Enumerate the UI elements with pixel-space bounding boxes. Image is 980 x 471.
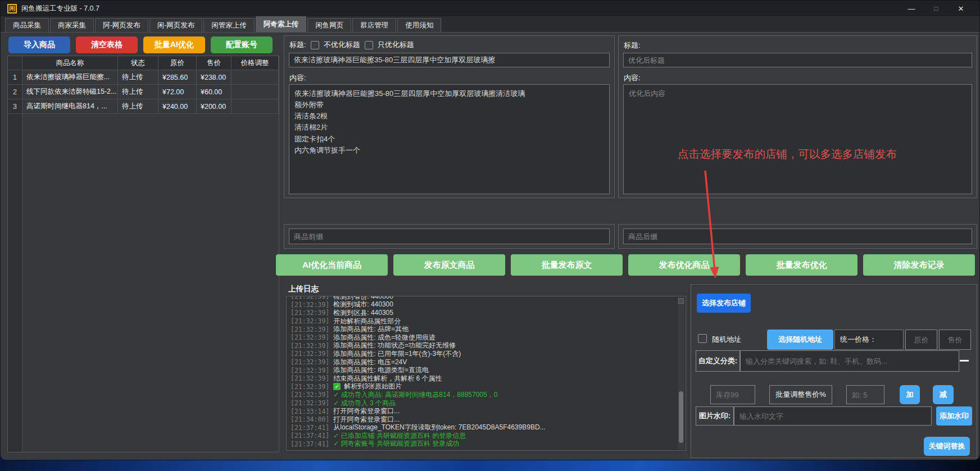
original-price-cell: ¥240.00 [158,99,197,113]
only-optimize-title-label: 只优化标题 [378,40,414,50]
tab-xian-web-publish[interactable]: 闲-网页发布 [149,18,203,32]
product-prefix-input[interactable] [289,228,610,244]
tab-product-collect[interactable]: 商品采集 [5,18,49,32]
log-line: [21:32:39]添加商品属性: 品牌=其他 [291,325,674,333]
index-header [8,56,22,70]
tab-usage-notes[interactable]: 使用须知 [397,18,441,32]
select-random-address-button[interactable]: 选择随机地址 [767,330,833,350]
optimized-title-label: 标题: [624,40,641,51]
col-header-sale-price: 售价 [197,56,232,70]
minus-dash-icon[interactable] [960,360,969,362]
log-line-success: [21:37:41]✓ 已添加店铺 共研赋能资源百科 的登录信息 [291,432,674,440]
select-publish-shop-button[interactable]: 选择发布店铺 [697,294,751,313]
log-scrollbar[interactable] [678,298,684,449]
batch-ai-optimize-button[interactable]: 批量AI优化 [143,36,205,53]
ai-optimize-current-button[interactable]: AI优化当前商品 [276,254,388,276]
custom-category-label: 自定义分类: [696,350,740,372]
log-line: [21:32:39]添加商品属性: 功能状态=功能完好无维修 [291,342,674,350]
only-optimize-title-checkbox[interactable] [365,41,373,49]
optimized-content-textarea[interactable] [623,84,972,194]
prefix-panel [284,224,615,249]
col-header-price-adjust: 价格调整 [232,56,279,70]
app-window: 闲 闲鱼搬运工专业版 - 7.0.7 — □ ✕ 商品采集 商家采集 阿-网页发… [0,0,980,460]
log-line: [21:32:39]添加商品属性: 成色=轻微使用痕迹 [291,333,674,342]
minimize-button[interactable]: — [903,2,920,15]
optimized-editor-panel: 标题: 内容: [618,35,977,198]
adjust-percent-input[interactable] [846,385,884,404]
keyword-replace-button[interactable]: 关键词替换 [924,437,970,456]
clear-publish-records-button[interactable]: 清除发布记录 [863,254,975,276]
unified-sale-price-input[interactable] [939,330,971,350]
image-watermark-label: 图片水印: [696,406,734,426]
log-line: [21:32:39]检测到城市: 440300 [291,301,674,309]
optimized-title-input[interactable] [623,53,972,67]
log-line: [21:32:39]添加商品属性: 已用年限=1年(含)-3年(不含) [291,350,674,358]
random-address-checkbox[interactable] [698,334,707,343]
no-optimize-title-checkbox[interactable] [311,41,319,49]
log-scrollbar-thumb[interactable] [679,391,683,443]
import-products-button[interactable]: 导入商品 [8,36,70,53]
table-row[interactable]: 3 高诺斯时间继电器814，... 待上传 ¥240.00 ¥200.00 [8,99,279,114]
original-price-cell: ¥285.60 [158,70,197,84]
close-button[interactable]: ✕ [952,2,969,15]
log-line: [21:33:14]打开阿奇索登录窗口... [291,407,674,415]
category-search-input[interactable] [740,350,959,372]
price-plus-button[interactable]: 加 [900,385,920,404]
row-header-strip [8,114,22,452]
col-header-original-price: 原价 [158,56,197,70]
table-row[interactable]: 2 线下同款依来洁磬特磁15-2... 待上传 ¥72.00 ¥60.00 [8,85,279,99]
log-line: [21:32:39]开始解析商品属性部分 [291,317,674,326]
product-table: 商品名称 状态 原价 售价 价格调整 1 依来洁擦玻璃神器巨能擦... 待上传 … [7,56,279,452]
watermark-text-input[interactable] [734,406,932,426]
action-button-row: AI优化当前商品 发布原文商品 批量发布原文 发布优化商品 批量发布优化 清除发… [276,254,975,276]
col-header-name: 商品名称 [22,56,118,70]
suffix-panel [618,224,977,249]
col-header-status: 状态 [118,56,158,70]
product-name-cell: 线下同款依来洁磬特磁15-2... [22,85,118,99]
green-checkbox-icon: ✓ [333,383,341,390]
tab-xianyu-web[interactable]: 闲鱼网页 [307,18,351,32]
random-address-label: 随机地址 [712,335,741,345]
optimized-content-label: 内容: [624,73,641,83]
price-adjust-cell [232,99,279,113]
product-name-cell: 高诺斯时间继电器814，... [22,99,118,113]
log-line: [21:32:39]添加商品属性: 电压=24V [291,358,674,367]
batch-adjust-price-label: 批量调整售价% [769,385,832,404]
tab-aqisuo-upload[interactable]: 阿奇索上传 [256,16,307,32]
tab-merchant-collect[interactable]: 商家采集 [50,18,94,32]
log-line: [21:32:39]✓解析到3张原始图片 [291,383,674,391]
row-index: 2 [8,85,22,99]
log-scrollbar-button[interactable] [678,298,684,304]
upload-log-box[interactable]: [21:32:39]检测到省份: 440000 [21:32:39]检测到城市:… [286,296,686,451]
no-optimize-title-label: 不优化标题 [324,40,360,50]
log-line: [21:37:41]从localStorage_TOKEN字段读取到token:… [291,424,674,432]
stock-input[interactable] [710,385,755,404]
price-minus-button[interactable]: 减 [933,385,954,404]
publish-settings-panel: 选择发布店铺 随机地址 选择随机地址 统一价格： 自定义分类: 批量调整售价% … [691,284,977,458]
table-header-row: 商品名称 状态 原价 售价 价格调整 [8,56,279,70]
row-index: 1 [8,70,22,84]
title-bar: 闲 闲鱼搬运工专业版 - 7.0.7 — □ ✕ [1,1,979,16]
product-suffix-input[interactable] [623,228,972,244]
clear-table-button[interactable]: 清空表格 [76,36,138,53]
tab-xianguanjia-upload[interactable]: 闲管家上传 [203,18,255,32]
add-watermark-button[interactable]: 添加水印 [936,406,972,426]
tab-a-web-publish[interactable]: 阿-网页发布 [95,18,148,32]
status-cell: 待上传 [118,85,158,99]
log-line: [21:32:39]添加商品属性: 电源类型=直流电 [291,366,674,374]
batch-publish-original-button[interactable]: 批量发布原文 [511,254,623,276]
product-title-input[interactable] [289,53,610,67]
product-name-cell: 依来洁擦玻璃神器巨能擦... [22,70,118,84]
maximize-button[interactable]: □ [928,2,945,15]
tab-group-shop-manage[interactable]: 群店管理 [352,18,396,32]
config-account-button[interactable]: 配置账号 [211,36,273,53]
log-line: [21:34:00]打开阿奇索登录窗口... [291,415,674,424]
batch-publish-optimized-button[interactable]: 批量发布优化 [746,254,858,276]
publish-original-button[interactable]: 发布原文商品 [393,254,505,276]
status-cell: 待上传 [118,70,158,84]
table-row[interactable]: 1 依来洁擦玻璃神器巨能擦... 待上传 ¥285.60 ¥238.00 [8,70,279,85]
unified-original-price-input[interactable] [905,330,937,350]
log-line: [21:32:39]结束商品属性解析，共解析 6 个属性 [291,374,674,383]
title-label: 标题: [289,40,306,50]
product-content-textarea[interactable]: 依来洁擦玻璃神器巨能擦35-80三层四层厚中空加厚双层玻璃擦清洁玻璃 额外附带 … [289,84,610,194]
